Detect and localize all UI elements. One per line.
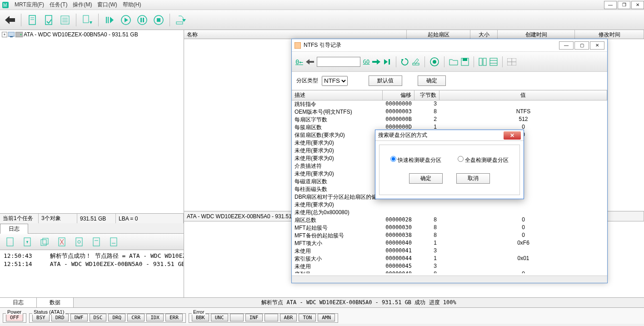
search-cancel-button[interactable]: 取消 — [456, 173, 490, 184]
search-ok-button[interactable]: 确定 — [409, 173, 443, 184]
menu-operation[interactable]: 操作(M) — [73, 1, 92, 9]
ntfs-horizontal-scrollbar[interactable] — [292, 276, 607, 283]
full-scan-option[interactable]: 全盘检测硬盘分区 — [458, 156, 509, 164]
tree-root-row[interactable]: + ATA - WDC WD10EZEX-00BN5A0 - 931.51 GB — [1, 31, 183, 38]
log-filter-icon[interactable] — [72, 235, 86, 249]
tab-data-bottom[interactable]: 数据 — [37, 298, 74, 307]
search-partition-dialog: 搜索硬盘分区的方式 ✕ 快速检测硬盘分区 全盘检测硬盘分区 确定 取消 — [375, 130, 524, 199]
arrow-end-icon[interactable] — [383, 59, 391, 65]
cell-desc: 未使用 — [292, 247, 383, 255]
export-icon[interactable] — [174, 13, 188, 27]
view-list-icon[interactable] — [489, 58, 498, 66]
cell-desc: 跳转指令 — [292, 100, 383, 108]
table-row[interactable]: 索引簇大小0000004410x01 — [292, 255, 607, 263]
col-modified[interactable]: 修改时间 — [575, 30, 644, 39]
col-desc[interactable]: 描述 — [292, 90, 383, 100]
ntfs-ok-button[interactable]: 确定 — [418, 75, 446, 86]
log-copy-icon[interactable] — [37, 235, 52, 249]
log-doc-icon[interactable] — [3, 235, 17, 249]
save-icon[interactable] — [461, 58, 469, 66]
minimize-button[interactable]: — — [604, 1, 617, 9]
log-opt1-icon[interactable] — [89, 235, 104, 249]
cell-bytes: 1 — [414, 255, 439, 263]
tree-root-label: ATA - WDC WD10EZEX-00BN5A0 - 931.51 GB — [24, 31, 138, 38]
arrow-right-icon[interactable] — [372, 59, 380, 65]
cell-bytes: 8 — [414, 232, 439, 240]
svg-rect-47 — [389, 59, 390, 65]
doc-open-icon[interactable] — [41, 13, 56, 27]
log-save-icon[interactable] — [20, 235, 35, 249]
close-button[interactable]: ✕ — [631, 1, 644, 9]
sector-input[interactable] — [317, 57, 360, 67]
col-name[interactable]: 名称 — [184, 30, 407, 39]
device-tree[interactable]: + ATA - WDC WD10EZEX-00BN5A0 - 931.51 GB — [0, 30, 184, 213]
table-row[interactable]: MFT项大小0000004010xF6 — [292, 240, 607, 247]
col-size[interactable]: 大小 — [470, 30, 498, 39]
cell-value — [439, 100, 607, 108]
col-bytes[interactable]: 字节数 — [414, 90, 439, 100]
error-flag: AMN — [318, 314, 335, 321]
go-button[interactable]: GO — [363, 59, 369, 65]
svg-rect-37 — [76, 238, 82, 246]
doc-new-icon[interactable] — [25, 13, 40, 27]
col-start-sector[interactable]: 起始扇区 — [407, 30, 470, 39]
table-row[interactable]: MFT备份的起始簇号0000003880 — [292, 232, 607, 240]
drive-icon — [15, 32, 23, 37]
footer-status-message: 解析节点 ATA - WDC WD10EZEX-00BN5A0 - 931.51… — [74, 298, 644, 307]
ntfs-close-button[interactable]: ✕ — [590, 41, 604, 50]
col-offset[interactable]: 偏移 — [383, 90, 414, 100]
pause-icon[interactable] — [135, 13, 150, 27]
record-icon[interactable] — [429, 57, 439, 67]
doc-arrow-icon[interactable] — [80, 13, 95, 27]
ntfs-title-bar[interactable]: NTFS 引导记录 — ▢ ✕ — [292, 39, 607, 52]
stop-icon[interactable] — [151, 13, 166, 27]
status-group: Status (ATA1) BSY DRD DWF DSC DRQ CRR ID… — [29, 313, 186, 323]
back-icon[interactable] — [3, 13, 17, 27]
menu-help[interactable]: 帮助(H) — [123, 1, 141, 9]
svg-marker-2 — [5, 16, 15, 24]
log-area[interactable]: 12:50:43 解析节点成功！ 节点路径 = ATA - WDC WD10EZ… — [0, 250, 184, 297]
view-columns-icon[interactable] — [479, 58, 487, 66]
log-opt2-icon[interactable] — [106, 235, 121, 249]
search-title-bar[interactable]: 搜索硬盘分区的方式 ✕ — [375, 130, 524, 141]
goto-zero-button[interactable]: 0← — [295, 58, 303, 65]
expand-icon[interactable]: + — [2, 32, 7, 37]
menu-mrt-app[interactable]: MRT应用(F) — [15, 1, 44, 9]
col-created[interactable]: 创建时间 — [498, 30, 575, 39]
table-row[interactable]: MFT起始簇号0000003080 — [292, 224, 607, 232]
left-status-bar: 当前1个任务 3个对象 931.51 GB LBA = 0 — [0, 213, 184, 223]
doc-list-icon[interactable] — [58, 13, 72, 27]
edit-icon[interactable] — [412, 58, 420, 66]
table-row[interactable]: 每扇区字节数0000000B2512 — [292, 116, 607, 124]
grid-icon[interactable] — [507, 58, 516, 65]
col-value[interactable]: 值 — [439, 90, 607, 100]
svg-rect-53 — [463, 58, 467, 61]
restore-button[interactable]: ❐ — [618, 1, 630, 9]
menu-window[interactable]: 窗口(W) — [97, 1, 117, 9]
table-row[interactable]: 序列号0000004880 — [292, 271, 607, 273]
partition-type-select[interactable]: NTFS — [322, 76, 348, 86]
table-row[interactable]: 未使用000000413 — [292, 247, 607, 255]
ntfs-maximize-button[interactable]: ▢ — [574, 41, 589, 50]
folder-icon[interactable] — [449, 58, 458, 65]
default-button[interactable]: 默认值 — [369, 75, 402, 86]
log-clear-icon[interactable] — [55, 235, 69, 249]
tab-log-bottom[interactable]: 日志 — [0, 298, 37, 307]
search-close-button[interactable]: ✕ — [504, 131, 521, 140]
tab-log[interactable]: 日志 — [0, 224, 28, 234]
table-row[interactable]: 未使用(总为0x800080) — [292, 209, 607, 216]
menu-task[interactable]: 任务(T) — [50, 1, 67, 9]
power-off-button[interactable]: OFF — [6, 314, 23, 321]
refresh-icon[interactable] — [401, 58, 409, 66]
table-row[interactable]: 未使用(要求为0) — [292, 201, 607, 209]
play-icon[interactable] — [119, 13, 133, 27]
ntfs-minimize-button[interactable]: — — [559, 41, 574, 50]
arrow-left-icon[interactable] — [306, 59, 314, 65]
step-icon[interactable] — [102, 13, 117, 27]
table-row[interactable]: 跳转指令000000003 — [292, 100, 607, 108]
table-row[interactable]: OEM版本号(明文NTFS)000000038NTFS — [292, 108, 607, 116]
table-row[interactable]: 未使用000000453 — [292, 263, 607, 271]
table-row[interactable]: 扇区总数0000002880 — [292, 216, 607, 224]
quick-scan-option[interactable]: 快速检测硬盘分区 — [390, 156, 441, 164]
status-flag: BSY — [32, 314, 50, 321]
